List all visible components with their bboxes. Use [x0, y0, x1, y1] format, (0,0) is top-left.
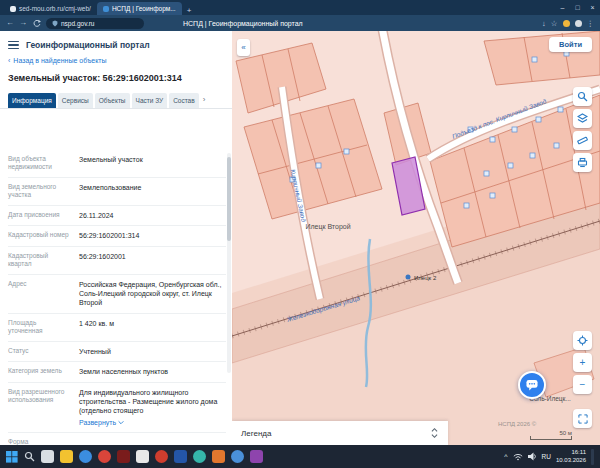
- back-link[interactable]: ‹ Назад в найденные объекты: [0, 55, 232, 66]
- taskbar-search-icon[interactable]: [24, 451, 35, 462]
- login-button[interactable]: Войти: [549, 37, 592, 52]
- tab-parts[interactable]: Части ЗУ: [132, 93, 168, 108]
- taskbar-app-icon[interactable]: [117, 450, 130, 463]
- extension-icon[interactable]: [563, 20, 570, 27]
- scale-line: [530, 436, 572, 440]
- legend-bar[interactable]: Легенда: [232, 421, 448, 445]
- minimize-button[interactable]: –: [555, 0, 570, 15]
- taskbar-app-icon[interactable]: [98, 450, 111, 463]
- expand-link-label: Развернуть: [79, 418, 116, 427]
- back-chevron-icon: ‹: [8, 57, 10, 64]
- field-value: 1 420 кв. м: [79, 319, 226, 336]
- taskbar-app-icon[interactable]: [155, 450, 168, 463]
- map-layers-button[interactable]: [573, 109, 592, 128]
- tab-information[interactable]: Информация: [8, 93, 56, 108]
- scale-bar: 50 м: [530, 430, 572, 440]
- nav-back-icon[interactable]: ←: [6, 15, 14, 31]
- browser-tab-2[interactable]: НСПД | Геоинформ...: [97, 2, 182, 15]
- fullscreen-button[interactable]: [573, 409, 592, 428]
- legend-toggle-icon[interactable]: [430, 427, 439, 439]
- bookmark-star-icon[interactable]: ☆: [551, 19, 558, 28]
- taskbar-app-icon[interactable]: [79, 450, 92, 463]
- maximize-button[interactable]: □: [570, 0, 585, 15]
- back-link-label: Назад в найденные объекты: [13, 57, 106, 64]
- field-row: Кадастровый квартал 56:29:1602001: [8, 247, 226, 275]
- nav-forward-icon[interactable]: →: [19, 15, 27, 31]
- tab1-favicon: [10, 6, 16, 12]
- field-label: Вид объекта недвижимости: [8, 155, 72, 172]
- field-label: Статус: [8, 347, 72, 356]
- clock-time: 16:11: [556, 449, 586, 456]
- plus-icon: +: [580, 358, 586, 368]
- taskbar-app-icon[interactable]: [193, 450, 206, 463]
- object-title: Земельный участок: 56:29:1602001:314: [0, 66, 232, 86]
- taskbar-app-icon[interactable]: [60, 450, 73, 463]
- panel-collapse-button[interactable]: «: [237, 39, 250, 56]
- taskbar-app-icon[interactable]: [174, 450, 187, 463]
- field-value: Учтенный: [79, 347, 226, 356]
- extension-icon[interactable]: [575, 20, 582, 27]
- toolbar-actions: ↓ ☆ ⋮: [542, 19, 594, 28]
- window-controls: – □ ×: [555, 0, 600, 15]
- expand-link[interactable]: Развернуть: [79, 418, 124, 427]
- download-icon[interactable]: ↓: [542, 19, 546, 28]
- portal-header: Геоинформационный портал: [0, 31, 232, 55]
- field-row: Вид земельного участка Землепользование: [8, 178, 226, 206]
- minus-icon: −: [580, 380, 586, 390]
- field-row: Статус Учтенный: [8, 342, 226, 362]
- wifi-icon[interactable]: [513, 453, 523, 461]
- close-button[interactable]: ×: [585, 0, 600, 15]
- browser-tab-1[interactable]: sed-mou.orb.ru/cmj-web/: [4, 2, 97, 15]
- field-value: Землепользование: [79, 183, 226, 200]
- taskbar-app-icon[interactable]: [136, 450, 149, 463]
- panel-scrollbar-thumb[interactable]: [227, 157, 231, 241]
- map-measure-button[interactable]: [573, 131, 592, 150]
- field-value: Российская Федерация, Оренбургская обл.,…: [79, 280, 226, 308]
- taskbar-app-icon[interactable]: [250, 450, 263, 463]
- map-attribution: НСПД 2026 ©: [498, 421, 536, 427]
- map-search-button[interactable]: [573, 87, 592, 106]
- language-indicator[interactable]: RU: [542, 453, 551, 460]
- map-locate-button[interactable]: [573, 331, 592, 350]
- taskbar-clock[interactable]: 16:11 10.03.2026: [556, 449, 586, 463]
- screen: sed-mou.orb.ru/cmj-web/ НСПД | Геоинформ…: [0, 0, 600, 468]
- tab-objects[interactable]: Объекты: [95, 93, 130, 108]
- start-button[interactable]: [6, 451, 18, 463]
- zoom-in-button[interactable]: +: [573, 353, 592, 372]
- notification-center-button[interactable]: [591, 449, 594, 465]
- browser-menu-icon[interactable]: ⋮: [587, 19, 595, 28]
- map-print-button[interactable]: [573, 153, 592, 172]
- zoom-out-button[interactable]: −: [573, 375, 592, 394]
- field-row: Вид объекта недвижимости Земельный участ…: [8, 150, 226, 178]
- field-label: Кадастровый квартал: [8, 252, 72, 269]
- field-row: Вид разрешенного использования Для индив…: [8, 383, 226, 434]
- taskbar-app-icon[interactable]: [231, 450, 244, 463]
- field-value: [79, 438, 226, 445]
- refresh-icon[interactable]: [32, 19, 41, 28]
- tab-services[interactable]: Сервисы: [58, 93, 93, 108]
- clock-date: 10.03.2026: [556, 457, 586, 464]
- portal-title: Геоинформационный портал: [26, 40, 150, 50]
- tab1-title: sed-mou.orb.ru/cmj-web/: [19, 5, 91, 12]
- tray-chevron-icon[interactable]: ^: [504, 453, 507, 460]
- taskbar-app-icon[interactable]: [41, 450, 54, 463]
- field-value: 56:29:1602001:314: [79, 231, 226, 240]
- field-value-text: Для индивидуального жилищного строительс…: [79, 389, 217, 415]
- new-tab-button[interactable]: +: [182, 6, 197, 15]
- hamburger-menu-icon[interactable]: [8, 41, 19, 50]
- map-label-marker: Илецк 2: [414, 275, 437, 281]
- object-info-panel: Геоинформационный портал ‹ Назад в найде…: [0, 31, 233, 445]
- tabs-scroll-arrow[interactable]: ›: [201, 93, 208, 108]
- browser-tab-bar: sed-mou.orb.ru/cmj-web/ НСПД | Геоинформ…: [0, 0, 600, 15]
- chat-button[interactable]: [518, 371, 546, 399]
- tab-composition[interactable]: Состав: [169, 93, 199, 108]
- chevron-down-icon: [118, 420, 124, 425]
- field-label: Адрес: [8, 280, 72, 308]
- address-bar[interactable]: nspd.gov.ru: [46, 18, 144, 29]
- speaker-icon[interactable]: [528, 452, 537, 461]
- page-title: НСПД | Геоинформационный портал: [183, 20, 303, 27]
- field-value: 56:29:1602001: [79, 252, 226, 269]
- taskbar-app-icon[interactable]: [212, 450, 225, 463]
- object-tabs: Информация Сервисы Объекты Части ЗУ Сост…: [0, 86, 232, 109]
- field-label: Дата присвоения: [8, 211, 72, 220]
